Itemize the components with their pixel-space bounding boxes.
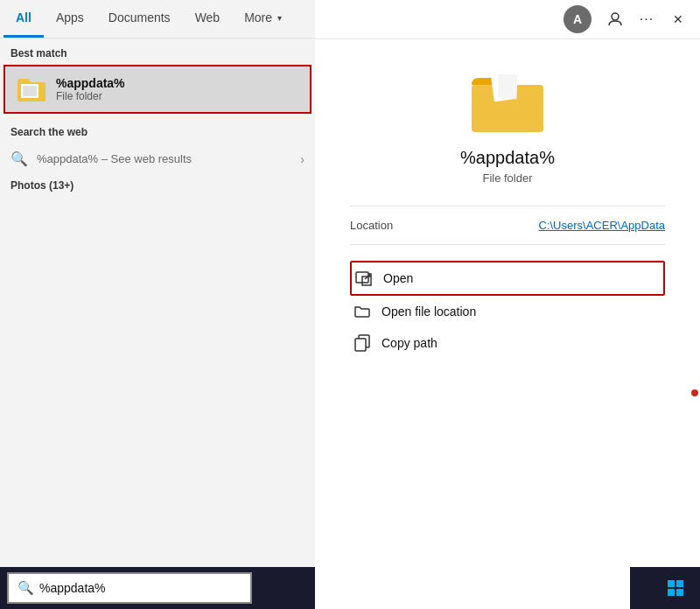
search-input[interactable]	[39, 581, 242, 595]
photos-label: Photos (13+)	[0, 174, 315, 195]
folder-open-icon	[354, 303, 371, 320]
search-icon: 🔍	[10, 150, 28, 167]
detail-content: %appdata% File folder Location C:\Users\…	[315, 38, 700, 609]
action-list: Open Open file location	[350, 261, 665, 359]
folder-icon-large	[468, 66, 547, 136]
svg-rect-2	[23, 86, 37, 96]
folder-icon-small	[16, 74, 47, 105]
detail-type: File folder	[482, 172, 532, 185]
search-panel: All Apps Documents Web More ▾ Best match…	[0, 0, 315, 609]
svg-point-3	[612, 13, 619, 20]
taskbar: 🛍	[630, 567, 700, 609]
detail-divider-2	[350, 244, 665, 245]
location-value[interactable]: C:\Users\ACER\AppData	[539, 219, 666, 232]
red-dot-indicator	[691, 389, 698, 396]
copy-path-action[interactable]: Copy path	[350, 327, 665, 359]
bottom-bar: 🔍	[0, 567, 315, 609]
web-search-label: Search the web	[0, 117, 315, 144]
detail-location-row: Location C:\Users\ACER\AppData	[350, 219, 665, 232]
more-options-button[interactable]: ···	[632, 5, 662, 33]
people-icon	[607, 11, 623, 27]
dots-icon: ···	[640, 11, 654, 27]
folder-svg-icon	[354, 303, 371, 320]
open-svg-icon	[355, 270, 373, 287]
tabs-bar: All Apps Documents Web More ▾	[0, 0, 315, 38]
open-action[interactable]: Open	[350, 261, 665, 296]
svg-rect-13	[668, 589, 675, 596]
web-search-text: %appdata% – See web results	[37, 152, 291, 165]
chevron-down-icon: ▾	[277, 13, 282, 23]
tab-documents[interactable]: Documents	[96, 0, 183, 38]
open-label: Open	[383, 271, 413, 285]
copy-svg-icon	[354, 334, 371, 352]
open-icon	[355, 270, 373, 287]
taskbar-windows-icon[interactable]	[659, 571, 692, 605]
spacer	[0, 195, 315, 609]
detail-panel: A ··· ✕ %appdata% File folder Loc	[315, 0, 700, 609]
best-match-label: Best match	[0, 38, 315, 65]
location-label: Location	[350, 219, 393, 232]
detail-name: %appdata%	[460, 148, 555, 168]
open-file-location-label: Open file location	[382, 304, 476, 318]
svg-rect-6	[498, 74, 518, 100]
tab-web[interactable]: Web	[183, 0, 233, 38]
svg-rect-11	[668, 580, 675, 587]
close-button[interactable]: ✕	[663, 5, 693, 33]
svg-rect-12	[676, 580, 683, 587]
best-match-item[interactable]: %appdata% File folder	[4, 65, 312, 114]
tab-more[interactable]: More ▾	[232, 0, 294, 38]
search-input-bar[interactable]: 🔍	[7, 572, 252, 604]
svg-rect-14	[676, 589, 683, 596]
copy-path-label: Copy path	[382, 336, 438, 350]
windows-logo-icon	[667, 579, 684, 597]
chevron-right-icon: ›	[300, 152, 304, 166]
copy-icon	[354, 334, 371, 352]
search-icon-bar: 🔍	[18, 580, 34, 596]
taskbar-search-icon[interactable]	[696, 571, 700, 605]
close-icon: ✕	[673, 12, 683, 26]
web-search-item[interactable]: 🔍 %appdata% – See web results ›	[0, 144, 315, 174]
svg-rect-10	[355, 339, 366, 351]
people-button[interactable]	[600, 5, 630, 33]
window-controls: A ··· ✕	[315, 0, 700, 38]
open-file-location-action[interactable]: Open file location	[350, 296, 665, 327]
avatar-button[interactable]: A	[564, 5, 592, 33]
tab-apps[interactable]: Apps	[44, 0, 96, 38]
detail-divider	[350, 206, 665, 206]
tab-all[interactable]: All	[4, 0, 44, 38]
best-match-text: %appdata% File folder	[56, 76, 125, 102]
